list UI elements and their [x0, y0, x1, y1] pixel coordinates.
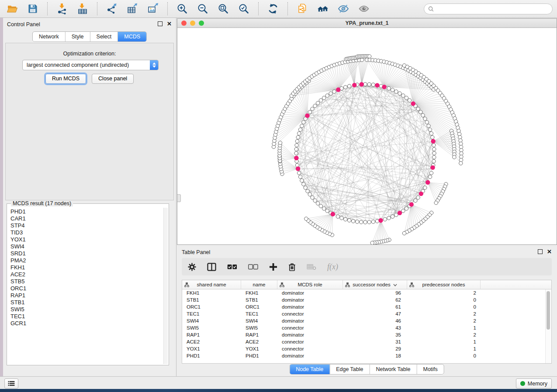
show-columns-icon[interactable]	[207, 263, 216, 271]
hide-selected-button[interactable]	[336, 2, 351, 16]
optimization-criterion-select[interactable]: largest connected component (undirected)	[22, 60, 159, 70]
table-row[interactable]: SWI4SWI4dominator462	[182, 317, 551, 324]
export-table-button[interactable]	[125, 2, 140, 16]
table-row[interactable]: RAP1RAP1dominator352	[182, 331, 551, 338]
table-cell[interactable]: SWI4	[182, 317, 241, 324]
close-table-panel-icon[interactable]: ✕	[547, 250, 552, 254]
table-tab-node-table[interactable]: Node Table	[290, 364, 330, 374]
table-cell[interactable]: 2	[407, 317, 481, 324]
mcds-result-node[interactable]: PHD1	[7, 208, 163, 215]
table-cell[interactable]: STB1	[182, 296, 241, 303]
mcds-result-node[interactable]: ORC1	[7, 285, 163, 292]
export-network-button[interactable]	[104, 2, 120, 16]
table-cell[interactable]: TEC1	[182, 310, 241, 317]
close-window-icon[interactable]	[181, 21, 187, 26]
table-cell[interactable]: connector	[277, 345, 343, 352]
mcds-result-node[interactable]: SWI5	[7, 306, 163, 313]
table-tab-network-table[interactable]: Network Table	[370, 364, 417, 374]
mcds-result-node[interactable]: GCR1	[7, 320, 163, 327]
delete-table-icon[interactable]	[307, 264, 316, 270]
mcds-result-node[interactable]: YOX1	[7, 236, 163, 243]
panel-menu-button[interactable]	[4, 378, 18, 389]
add-column-icon[interactable]	[269, 263, 277, 271]
table-cell[interactable]: STB1	[241, 296, 277, 303]
table-cell[interactable]: PHD1	[182, 352, 241, 359]
table-tab-motifs[interactable]: Motifs	[417, 364, 443, 374]
table-cell[interactable]: dominator	[277, 317, 343, 324]
zoom-fit-button[interactable]	[215, 2, 231, 16]
table-cell[interactable]: 1	[407, 324, 481, 331]
memory-button[interactable]: Memory	[516, 378, 552, 389]
table-cell[interactable]: 2	[407, 331, 481, 338]
table-cell[interactable]: connector	[277, 310, 343, 317]
table-cell[interactable]: 62	[343, 296, 407, 303]
table-cell[interactable]: FKH1	[241, 289, 277, 296]
splitter-grip[interactable]	[177, 194, 181, 202]
tab-select[interactable]: Select	[90, 32, 118, 41]
table-cell[interactable]: 2	[407, 289, 481, 296]
mcds-result-node[interactable]: PMA2	[7, 257, 163, 264]
zoom-out-button[interactable]	[195, 2, 211, 16]
mcds-result-node[interactable]: RAP1	[7, 292, 163, 299]
tab-mcds[interactable]: MCDS	[118, 32, 146, 41]
table-cell[interactable]: dominator	[277, 331, 343, 338]
table-cell[interactable]: PHD1	[241, 352, 277, 359]
mcds-result-node[interactable]: SRD1	[7, 250, 163, 257]
minimize-window-icon[interactable]	[190, 21, 195, 26]
mcds-result-node[interactable]: SWI4	[7, 243, 163, 250]
table-cell[interactable]: 0	[407, 352, 481, 359]
network-canvas[interactable]	[177, 28, 557, 244]
mcds-result-node[interactable]: FKH1	[7, 264, 163, 271]
float-panel-icon[interactable]	[158, 21, 163, 26]
run-mcds-button[interactable]: Run MCDS	[45, 74, 86, 84]
zoom-selected-button[interactable]	[236, 2, 252, 16]
mcds-result-node[interactable]: CAR1	[7, 215, 163, 222]
table-row[interactable]: FKH1FKH1dominator962	[182, 289, 551, 296]
table-cell[interactable]: RAP1	[182, 331, 241, 338]
refresh-button[interactable]	[265, 2, 281, 16]
delete-column-icon[interactable]	[288, 263, 296, 271]
table-row[interactable]: YOX1YOX1connector291	[182, 345, 551, 352]
network-graph[interactable]	[177, 28, 557, 244]
table-cell[interactable]: 0	[407, 296, 481, 303]
import-table-button[interactable]	[75, 2, 90, 16]
mcds-result-node[interactable]: STP4	[7, 222, 163, 229]
table-row[interactable]: PHD1PHD1dominator180	[182, 352, 551, 359]
mcds-result-node[interactable]: STB5	[7, 278, 163, 285]
table-cell[interactable]: TEC1	[241, 310, 277, 317]
table-cell[interactable]: ACE2	[182, 338, 241, 345]
close-panel-icon[interactable]: ✕	[167, 22, 172, 26]
maximize-window-icon[interactable]	[199, 21, 204, 26]
table-cell[interactable]: dominator	[277, 296, 343, 303]
column-header-shared-name[interactable]: shared name	[182, 280, 241, 289]
column-header-predecessor-nodes[interactable]: predecessor nodes	[407, 280, 481, 289]
table-cell[interactable]: ORC1	[241, 303, 277, 310]
table-cell[interactable]: 29	[343, 345, 407, 352]
table-cell[interactable]: RAP1	[241, 331, 277, 338]
table-cell[interactable]: 35	[343, 331, 407, 338]
duplicate-network-button[interactable]	[294, 2, 310, 16]
select-all-icon[interactable]	[227, 264, 237, 270]
table-cell[interactable]: 46	[343, 317, 407, 324]
table-cell[interactable]: 31	[343, 338, 407, 345]
table-cell[interactable]: ACE2	[241, 338, 277, 345]
result-scrollbar[interactable]	[163, 208, 168, 364]
open-file-button[interactable]	[4, 2, 20, 16]
table-cell[interactable]: dominator	[277, 303, 343, 310]
table-row[interactable]: ACE2ACE2connector311	[182, 338, 551, 345]
table-cell[interactable]: SWI5	[241, 324, 277, 331]
table-row[interactable]: SWI5SWI5connector431	[182, 324, 551, 331]
deselect-all-icon[interactable]	[248, 264, 258, 270]
column-header-successor-nodes[interactable]: successor nodes	[343, 280, 407, 289]
table-cell[interactable]: 2	[407, 310, 481, 317]
close-panel-button[interactable]: Close panel	[92, 74, 134, 84]
mcds-result-node[interactable]: TID3	[7, 229, 163, 236]
first-neighbors-button[interactable]	[315, 2, 331, 16]
tab-style[interactable]: Style	[66, 32, 90, 41]
table-cell[interactable]: 1	[407, 338, 481, 345]
table-cell[interactable]: FKH1	[182, 289, 241, 296]
table-cell[interactable]: connector	[277, 324, 343, 331]
import-network-button[interactable]	[54, 2, 70, 16]
search-input[interactable]	[436, 5, 548, 12]
show-all-button[interactable]	[356, 2, 372, 16]
